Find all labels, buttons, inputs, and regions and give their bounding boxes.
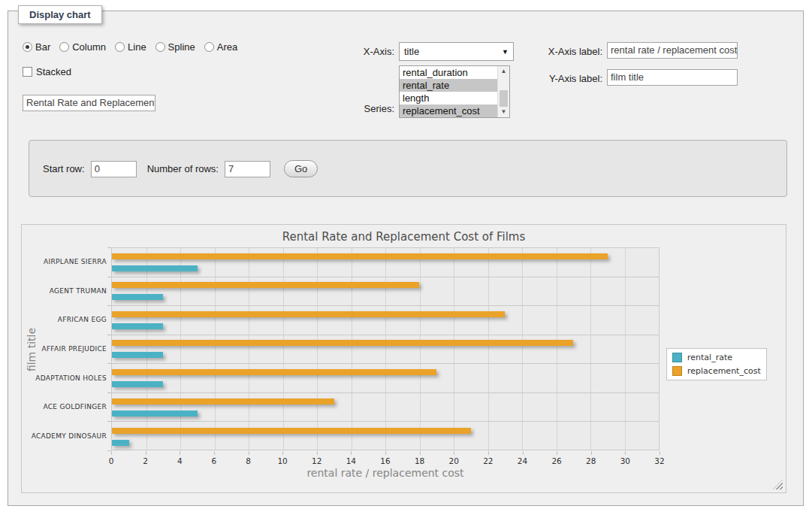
category-band xyxy=(112,422,659,451)
replacement_cost-bar xyxy=(112,311,505,317)
radio-label: Bar xyxy=(35,41,50,53)
x-tick-label: 16 xyxy=(380,456,390,465)
y-axis-label-caption: Y-Axis label: xyxy=(536,73,602,84)
chart-type-radio-spline[interactable]: Spline xyxy=(155,41,195,53)
chart-x-axis-title: rental rate / replacement cost xyxy=(111,467,660,479)
x-axis-label-input[interactable]: rental rate / replacement cost xyxy=(607,42,738,59)
legend-label: rental_rate xyxy=(687,353,732,362)
resize-grip-icon[interactable] xyxy=(773,480,783,489)
legend-swatch-icon xyxy=(672,353,682,362)
go-button[interactable]: Go xyxy=(284,160,318,177)
radio-icon[interactable] xyxy=(204,42,214,52)
legend-swatch-icon xyxy=(672,366,682,376)
replacement_cost-bar xyxy=(112,282,419,288)
x-tick-mark xyxy=(523,451,524,455)
x-tick-label: 26 xyxy=(551,456,561,465)
start-row-label: Start row: xyxy=(43,163,85,174)
x-tick-mark xyxy=(488,451,489,455)
x-tick-label: 22 xyxy=(483,456,493,465)
y-tick-mark xyxy=(107,305,111,306)
num-rows-input[interactable]: 7 xyxy=(225,161,270,177)
scrollbar-thumb[interactable] xyxy=(500,90,508,107)
chart-type-radio-line[interactable]: Line xyxy=(115,41,146,53)
scroll-down-icon[interactable]: ▼ xyxy=(498,107,509,117)
series-select-label: Series: xyxy=(323,103,394,114)
y-tick-mark xyxy=(107,363,111,364)
y-tick-mark xyxy=(107,247,111,248)
x-axis-label-caption: X-Axis label: xyxy=(536,46,602,57)
category-label: AIRPLANE SIERRA xyxy=(26,258,107,265)
x-tick-label: 30 xyxy=(620,456,630,465)
category-label: AFRICAN EGG xyxy=(26,316,107,323)
category-band xyxy=(112,277,659,307)
radio-icon[interactable] xyxy=(155,42,165,52)
category-label: AGENT TRUMAN xyxy=(26,287,107,295)
x-tick-label: 14 xyxy=(346,456,356,465)
chart-title: Rental Rate and Replacement Cost of Film… xyxy=(22,230,786,244)
x-tick-label: 20 xyxy=(449,456,459,465)
rental_rate-bar xyxy=(112,352,163,358)
series-option-rental_duration[interactable]: rental_duration xyxy=(400,66,497,79)
fieldset-legend: Display chart xyxy=(18,5,102,24)
rental_rate-bar xyxy=(112,323,163,329)
category-band xyxy=(112,248,659,277)
chevron-down-icon: ▼ xyxy=(502,48,509,56)
listbox-scrollbar[interactable]: ▲ ▼ xyxy=(497,66,509,117)
x-tick-mark xyxy=(454,451,454,455)
stacked-label: Stacked xyxy=(36,66,71,77)
x-tick-label: 0 xyxy=(109,456,114,465)
chart-legend: rental_ratereplacement_cost xyxy=(666,348,767,380)
x-tick-label: 6 xyxy=(212,456,217,465)
page: Display chart BarColumnLineSplineArea St… xyxy=(0,0,812,512)
radio-icon[interactable] xyxy=(59,42,69,52)
series-listbox[interactable]: rental_durationrental_ratelengthreplacem… xyxy=(399,65,510,118)
x-tick-mark xyxy=(660,451,660,455)
rental_rate-bar xyxy=(112,294,163,300)
x-tick-label: 32 xyxy=(654,456,664,465)
scroll-up-icon[interactable]: ▲ xyxy=(498,66,509,77)
start-row-input[interactable]: 0 xyxy=(91,161,137,177)
chart-type-radio-area[interactable]: Area xyxy=(204,41,237,53)
chart-type-radio-bar[interactable]: Bar xyxy=(23,41,50,53)
radio-label: Line xyxy=(128,41,146,53)
radio-icon[interactable] xyxy=(115,42,125,52)
x-tick-label: 8 xyxy=(246,456,251,465)
y-tick-mark xyxy=(107,421,111,422)
chart-type-radio-column[interactable]: Column xyxy=(59,41,106,53)
series-options: rental_durationrental_ratelengthreplacem… xyxy=(400,66,497,117)
x-tick-mark xyxy=(420,451,421,455)
x-axis-select-label: X-Axis: xyxy=(323,46,394,57)
rental_rate-bar xyxy=(112,265,198,271)
x-axis-selected-value: title xyxy=(404,46,419,57)
row-controls-panel: Start row: 0 Number of rows: 7 Go xyxy=(29,140,787,197)
x-axis-select[interactable]: title ▼ xyxy=(399,42,514,61)
x-tick-mark xyxy=(249,451,249,455)
chart-type-radio-group: BarColumnLineSplineArea xyxy=(23,41,242,53)
y-tick-mark xyxy=(107,277,111,277)
scrollbar-track[interactable] xyxy=(498,77,509,107)
x-tick-label: 28 xyxy=(586,456,596,465)
x-tick-mark xyxy=(317,451,318,455)
radio-icon[interactable] xyxy=(23,42,32,52)
series-option-replacement_cost[interactable]: replacement_cost xyxy=(400,105,497,117)
rental_rate-bar xyxy=(112,381,163,387)
replacement_cost-bar xyxy=(112,428,471,434)
y-axis-label-input[interactable]: film title xyxy=(607,69,738,86)
stacked-checkbox[interactable] xyxy=(23,67,32,77)
legend-item-rental_rate: rental_rate xyxy=(672,353,761,362)
category-band xyxy=(112,364,659,393)
num-rows-label: Number of rows: xyxy=(147,163,219,174)
replacement_cost-bar xyxy=(112,253,608,259)
category-label: ADAPTATION HOLES xyxy=(26,374,107,382)
x-tick-label: 2 xyxy=(143,456,148,465)
series-option-length[interactable]: length xyxy=(400,92,497,105)
category-band xyxy=(112,393,659,423)
chart-title-input[interactable]: Rental Rate and Replacement Cost of Film… xyxy=(23,95,155,111)
replacement_cost-bar xyxy=(112,398,334,404)
rental_rate-bar xyxy=(112,440,129,446)
category-label: ACADEMY DINOSAUR xyxy=(26,432,107,440)
category-label: AFFAIR PREJUDICE xyxy=(26,345,107,353)
series-option-rental_rate[interactable]: rental_rate xyxy=(400,79,497,92)
x-tick-mark xyxy=(625,451,626,455)
stacked-checkbox-row[interactable]: Stacked xyxy=(23,66,71,77)
